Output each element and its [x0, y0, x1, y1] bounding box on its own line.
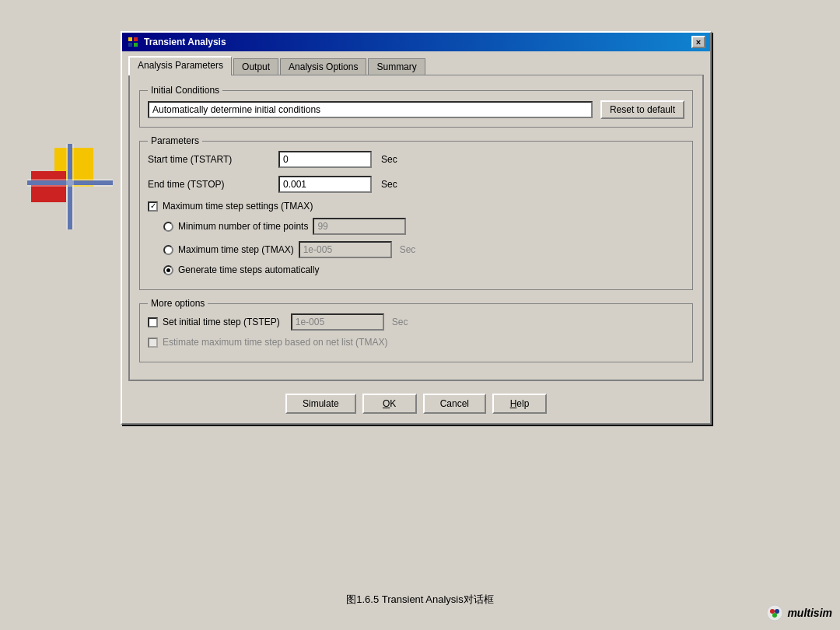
tab-strip: Analysis Parameters Output Analysis Opti…	[122, 51, 710, 75]
tab-output[interactable]: Output	[233, 58, 278, 75]
start-time-input[interactable]	[278, 151, 372, 168]
svg-rect-8	[128, 43, 132, 47]
tmax-checkbox[interactable]	[148, 201, 158, 212]
tmax-checkbox-row: Maximum time step settings (TMAX)	[148, 201, 684, 212]
content-area: Initial Conditions Automatically determi…	[128, 75, 704, 381]
parameters-legend: Parameters	[148, 135, 202, 146]
dialog-title: Transient Analysis	[144, 37, 226, 47]
svg-rect-7	[134, 37, 138, 41]
start-time-label: Start time (TSTART)	[148, 154, 272, 165]
start-time-unit: Sec	[381, 154, 397, 165]
help-button[interactable]: Help	[492, 394, 547, 414]
svg-point-12	[775, 609, 779, 614]
radio-auto-step-row: Generate time steps automatically	[163, 264, 684, 275]
initial-conditions-dropdown[interactable]: Automatically determine initial conditio…	[148, 101, 593, 118]
svg-rect-0	[54, 148, 93, 187]
estimate-row: Estimate maximum time step based on net …	[148, 337, 684, 348]
radio-min-points-label: Minimum number of time points	[178, 221, 308, 232]
radio-auto-step-label: Generate time steps automatically	[178, 264, 319, 275]
tab-summary[interactable]: Summary	[368, 58, 425, 75]
ok-button[interactable]: OK	[362, 394, 417, 414]
end-time-unit: Sec	[381, 179, 397, 190]
title-bar: Transient Analysis ×	[122, 33, 710, 51]
multisim-icon	[765, 604, 784, 622]
radio-min-points[interactable]	[163, 222, 173, 232]
svg-marker-1	[31, 171, 66, 202]
radio-max-step-row: Maximum time step (TMAX) Sec	[163, 241, 684, 258]
svg-rect-4	[66, 144, 74, 229]
svg-rect-9	[134, 43, 138, 47]
bottom-button-bar: Simulate OK Cancel Help	[122, 387, 710, 423]
tmax-checkbox-label: Maximum time step settings (TMAX)	[163, 201, 313, 212]
svg-point-11	[770, 609, 775, 614]
svg-rect-6	[128, 37, 132, 41]
radio-max-step[interactable]	[163, 245, 173, 255]
end-time-label: End time (TSTOP)	[148, 179, 272, 190]
more-options-group: More options Set initial time step (TSTE…	[139, 298, 693, 362]
end-time-input[interactable]	[278, 176, 372, 193]
tstep-label: Set initial time step (TSTEP)	[163, 317, 280, 327]
cancel-button[interactable]: Cancel	[423, 394, 486, 414]
min-points-input	[313, 218, 406, 235]
radio-max-step-label: Maximum time step (TMAX)	[178, 244, 294, 255]
tab-analysis-options[interactable]: Analysis Options	[280, 58, 366, 75]
dropdown-wrapper: Automatically determine initial conditio…	[148, 101, 593, 118]
svg-rect-5	[27, 179, 113, 187]
end-time-row: End time (TSTOP) Sec	[148, 176, 684, 193]
caption: 图1.6.5 Transient Analysis对话框	[0, 593, 840, 607]
app-icon	[127, 36, 139, 48]
radio-min-points-row: Minimum number of time points	[163, 218, 684, 235]
estimate-label: Estimate maximum time step based on net …	[163, 337, 387, 348]
initial-conditions-group: Initial Conditions Automatically determi…	[139, 85, 693, 128]
tstep-row: Set initial time step (TSTEP) Sec	[148, 313, 684, 331]
svg-point-13	[772, 613, 777, 618]
parameters-group: Parameters Start time (TSTART) Sec End t…	[139, 135, 693, 290]
reset-to-default-button[interactable]: Reset to default	[600, 100, 684, 119]
multisim-logo: multisim	[765, 604, 832, 622]
simulate-button[interactable]: Simulate	[285, 394, 356, 414]
close-button[interactable]: ×	[691, 36, 705, 48]
estimate-checkbox	[148, 338, 158, 348]
tab-analysis-parameters[interactable]: Analysis Parameters	[128, 56, 232, 75]
tstep-checkbox[interactable]	[148, 317, 158, 327]
max-step-input	[299, 241, 392, 258]
initial-conditions-legend: Initial Conditions	[148, 85, 222, 96]
title-bar-left: Transient Analysis	[127, 36, 226, 48]
transient-analysis-dialog: Transient Analysis × Analysis Parameters…	[121, 31, 712, 425]
radio-auto-step[interactable]	[163, 265, 173, 275]
initial-conditions-row: Automatically determine initial conditio…	[148, 100, 684, 119]
max-step-unit: Sec	[400, 244, 416, 255]
more-options-legend: More options	[148, 298, 208, 309]
radio-group: Minimum number of time points Maximum ti…	[148, 218, 684, 275]
tstep-unit: Sec	[392, 317, 408, 327]
tstep-input	[291, 313, 384, 331]
start-time-row: Start time (TSTART) Sec	[148, 151, 684, 168]
bg-logo	[23, 140, 117, 233]
